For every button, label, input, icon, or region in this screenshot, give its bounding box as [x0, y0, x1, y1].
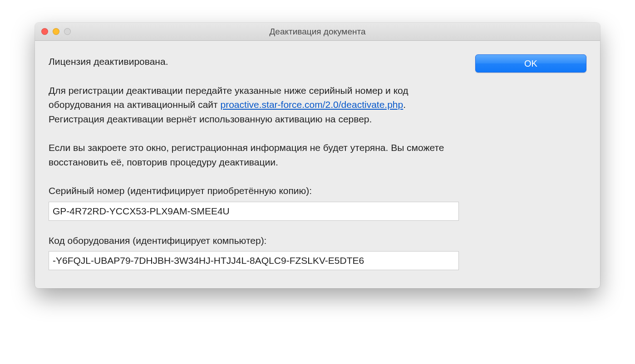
titlebar[interactable]: Деактивация документа [35, 23, 600, 41]
dialog-content: Лицензия деактивирована. Для регистрации… [35, 41, 600, 288]
hardware-code-label: Код оборудования (идентифицирует компьют… [49, 233, 459, 248]
dialog-window: Деактивация документа Лицензия деактивир… [35, 23, 600, 288]
close-icon[interactable] [41, 28, 48, 35]
text-column: Лицензия деактивирована. Для регистрации… [49, 54, 459, 270]
maximize-icon [64, 28, 71, 35]
window-title: Деактивация документа [35, 27, 600, 37]
hardware-code-field[interactable] [49, 251, 459, 270]
minimize-icon[interactable] [53, 28, 59, 35]
button-column: OK [475, 54, 586, 270]
traffic-lights [35, 28, 71, 35]
registration-instructions: Для регистрации деактивации передайте ук… [49, 83, 459, 126]
serial-number-label: Серийный номер (идентифицирует приобретё… [49, 184, 459, 198]
window-close-note: Если вы закроете это окно, регистрационн… [49, 141, 459, 169]
ok-button[interactable]: OK [475, 54, 586, 73]
deactivation-link[interactable]: proactive.star-force.com/2.0/deactivate.… [221, 99, 404, 110]
serial-number-field[interactable] [49, 202, 459, 221]
deactivated-message: Лицензия деактивирована. [49, 54, 459, 69]
